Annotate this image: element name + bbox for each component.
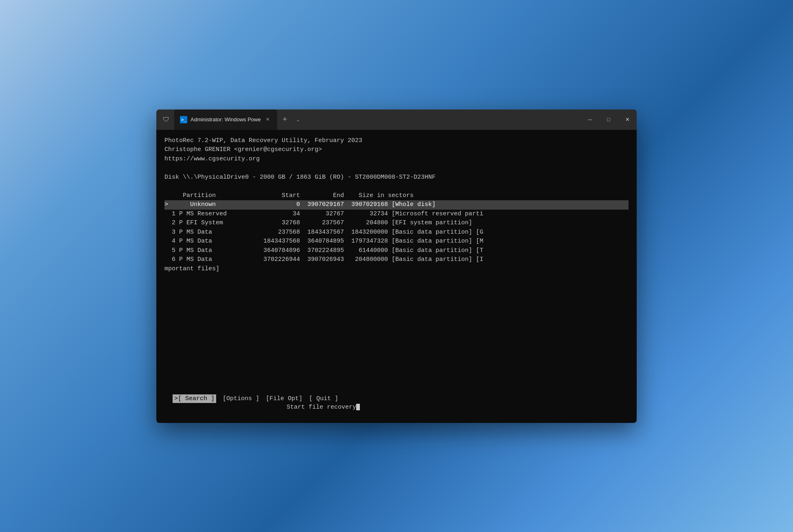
partition-row-1[interactable]: 1 P MS Reserved 34 32767 32734 [Microsof…	[164, 210, 629, 219]
partition-row-7: mportant files]	[164, 265, 629, 274]
terminal-line-5: Disk \\.\PhysicalDrive0 - 2000 GB / 1863…	[164, 173, 629, 182]
new-tab-button[interactable]: +	[279, 114, 291, 126]
terminal-window: 🛡 >_ Administrator: Windows Powe ✕ + ⌄ ─…	[156, 109, 637, 423]
terminal-content: PhotoRec 7.2-WIP, Data Recovery Utility,…	[164, 136, 629, 391]
terminal-blank-2	[164, 182, 629, 191]
terminal-body: PhotoRec 7.2-WIP, Data Recovery Utility,…	[156, 130, 637, 423]
terminal-blank-1	[164, 164, 629, 173]
terminal-line-2: Christophe GRENIER <grenier@cgsecurity.o…	[164, 145, 629, 155]
menu-options[interactable]: [Options ]	[223, 395, 259, 402]
shield-icon: 🛡	[160, 113, 173, 126]
menu-row: >[ Search ] [Options ] [File Opt] [ Quit…	[173, 394, 620, 403]
titlebar: 🛡 >_ Administrator: Windows Powe ✕ + ⌄ ─…	[156, 109, 637, 130]
partition-row-0[interactable]: > Unknown 0 3907029167 3907029168 [Whole…	[164, 200, 629, 210]
minimize-button[interactable]: ─	[581, 109, 599, 130]
terminal-line-3: https://www.cgsecurity.org	[164, 155, 629, 164]
partition-row-5[interactable]: 5 P MS Data 3640784896 3702224895 614400…	[164, 246, 629, 256]
status-text: Start file recovery	[287, 404, 356, 411]
partition-row-2[interactable]: 2 P EFI System 32768 237567 204800 [EFI …	[164, 219, 629, 228]
close-button[interactable]: ✕	[618, 109, 637, 130]
tab-close-button[interactable]: ✕	[264, 116, 272, 123]
terminal-header: Partition Start End Size in sectors	[164, 191, 629, 201]
partition-row-3[interactable]: 3 P MS Data 237568 1843437567 1843200000…	[164, 228, 629, 237]
menu-quit[interactable]: [ Quit ]	[309, 395, 338, 402]
terminal-line-1: PhotoRec 7.2-WIP, Data Recovery Utility,…	[164, 136, 629, 146]
bottom-bar: >[ Search ] [Options ] [File Opt] [ Quit…	[164, 391, 629, 416]
tab-title: Administrator: Windows Powe	[191, 116, 261, 123]
menu-file-opt[interactable]: [File Opt]	[266, 395, 302, 402]
cursor	[356, 404, 360, 410]
window-controls: ─ □ ✕	[581, 109, 637, 130]
partition-row-6[interactable]: 6 P MS Data 3702226944 3907026943 204800…	[164, 255, 629, 265]
status-line: Start file recovery	[173, 404, 620, 411]
tab-area: 🛡 >_ Administrator: Windows Powe ✕ + ⌄	[156, 109, 581, 130]
partition-row-4[interactable]: 4 P MS Data 1843437568 3640784895 179734…	[164, 237, 629, 246]
active-tab[interactable]: >_ Administrator: Windows Powe ✕	[174, 109, 277, 130]
tab-dropdown-button[interactable]: ⌄	[292, 114, 304, 126]
menu-search[interactable]: >[ Search ]	[173, 394, 216, 403]
powershell-icon: >_	[180, 116, 187, 123]
maximize-button[interactable]: □	[599, 109, 618, 130]
